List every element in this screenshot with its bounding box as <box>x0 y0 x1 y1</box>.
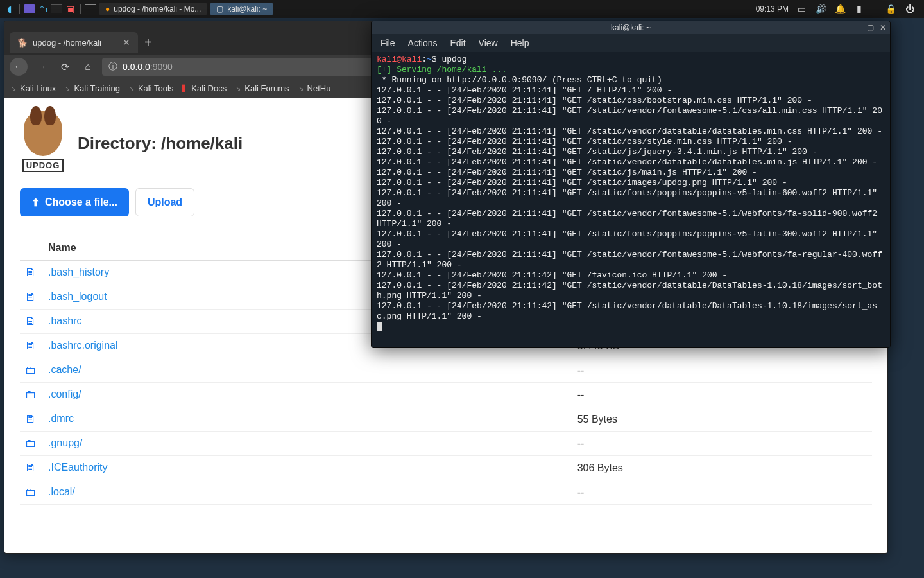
new-tab-button[interactable]: + <box>144 35 152 50</box>
logo-text: UPDOG <box>22 159 64 172</box>
minimize-button[interactable]: — <box>853 21 862 30</box>
battery-icon[interactable]: ▮ <box>853 3 866 15</box>
tab-favicon: 🐕 <box>17 38 28 48</box>
bookmark-kali-linux[interactable]: ↘Kali Linux <box>11 83 56 93</box>
file-link[interactable]: .cache/ <box>48 364 81 375</box>
bookmark-kali-docs[interactable]: ▋Kali Docs <box>182 83 227 93</box>
workspace-icon[interactable] <box>85 4 96 13</box>
terminal-launcher-icon[interactable] <box>51 4 62 13</box>
folder-icon: 🗀 <box>25 486 40 499</box>
tab-close-icon[interactable]: ✕ <box>123 37 130 48</box>
upload-icon: ⬆ <box>31 197 40 209</box>
file-link[interactable]: .config/ <box>48 389 81 399</box>
url-host: 0.0.0.0 <box>123 62 150 72</box>
app-icon[interactable]: ▣ <box>64 3 76 15</box>
folder-icon: 🗀 <box>25 388 40 401</box>
bookmark-icon: ↘ <box>65 85 70 92</box>
terminal-cursor <box>377 322 382 331</box>
updog-logo: UPDOG <box>20 111 66 175</box>
terminal-menubar: File Actions Edit View Help <box>372 34 890 52</box>
bookmark-kali-forums[interactable]: ↘Kali Forums <box>235 83 289 93</box>
file-icon: 🗎 <box>25 412 40 426</box>
file-link[interactable]: .bashrc.original <box>48 340 118 351</box>
folder-icon: 🗀 <box>25 363 40 377</box>
volume-icon[interactable]: 🔊 <box>814 3 827 15</box>
menu-actions[interactable]: Actions <box>408 38 438 48</box>
table-row: 🗀.gnupg/-- <box>20 432 872 456</box>
file-size: 306 Bytes <box>572 456 872 480</box>
bookmark-kali-training[interactable]: ↘Kali Training <box>65 83 120 93</box>
file-size: -- <box>572 358 872 383</box>
close-button[interactable]: ✕ <box>878 21 887 30</box>
site-info-icon[interactable]: ⓘ <box>108 61 117 73</box>
file-size: -- <box>572 383 872 407</box>
file-size: -- <box>572 480 872 505</box>
tab-title: updog - /home/kali <box>33 38 101 48</box>
table-row: 🗀.config/-- <box>20 383 872 407</box>
table-row: 🗎.ICEauthority306 Bytes <box>20 456 872 480</box>
file-link[interactable]: .dmrc <box>48 413 74 424</box>
upload-button[interactable]: Upload <box>135 188 194 216</box>
folder-icon: 🗀 <box>25 437 40 450</box>
file-size: -- <box>572 432 872 456</box>
file-link[interactable]: .local/ <box>48 486 75 497</box>
file-size: 55 Bytes <box>572 407 872 432</box>
file-link[interactable]: .bash_history <box>48 267 109 277</box>
table-row: 🗀.local/-- <box>20 480 872 505</box>
maximize-button[interactable]: ▢ <box>866 21 875 30</box>
bookmark-icon: ↘ <box>129 85 134 92</box>
bookmark-kali-tools[interactable]: ↘Kali Tools <box>129 83 173 93</box>
back-button[interactable]: ← <box>10 58 28 76</box>
bookmark-icon: ↘ <box>235 85 241 92</box>
taskbar-item-firefox[interactable]: ● updog - /home/kali - Mo... <box>99 3 207 15</box>
file-icon: 🗎 <box>25 461 40 475</box>
file-link[interactable]: .gnupg/ <box>48 437 82 448</box>
task-label: updog - /home/kali - Mo... <box>114 4 201 13</box>
kali-menu-icon[interactable]: ◖ <box>3 3 15 15</box>
top-panel: ◖ 🗀 ▣ ● updog - /home/kali - Mo... ▢ kal… <box>0 0 924 18</box>
file-link[interactable]: .bashrc <box>48 315 81 326</box>
table-row: 🗎.dmrc55 Bytes <box>20 407 872 432</box>
menu-help[interactable]: Help <box>511 38 529 48</box>
file-icon: 🗎 <box>25 290 40 304</box>
file-icon: 🗎 <box>25 339 40 353</box>
home-button[interactable]: ⌂ <box>79 58 97 76</box>
lock-icon[interactable]: 🔒 <box>884 3 897 15</box>
forward-button[interactable]: → <box>33 58 51 76</box>
table-row: 🗀.cache/-- <box>20 358 872 383</box>
menu-edit[interactable]: Edit <box>450 38 465 48</box>
terminal-task-icon: ▢ <box>216 4 223 13</box>
task-label: kali@kali: ~ <box>227 4 267 13</box>
page-title: Directory: /home/kali <box>78 134 243 153</box>
files-icon[interactable]: 🗀 <box>37 3 49 15</box>
bookmark-nethunter[interactable]: ↘NetHu <box>298 83 331 93</box>
bookmark-icon: ↘ <box>298 85 304 92</box>
display-icon[interactable]: ▭ <box>795 3 808 15</box>
terminal-output[interactable]: kali@kali:~$ updog [+] Serving /home/kal… <box>372 52 890 347</box>
file-icon: 🗎 <box>25 315 40 328</box>
bookmark-icon: ▋ <box>182 85 187 92</box>
browser-tab[interactable]: 🐕 updog - /home/kali ✕ <box>10 32 138 53</box>
reload-button[interactable]: ⟳ <box>56 58 74 76</box>
url-port: :9090 <box>150 62 173 72</box>
bookmark-icon: ↘ <box>11 85 16 92</box>
terminal-window: kali@kali: ~ — ▢ ✕ File Actions Edit Vie… <box>371 21 891 348</box>
taskbar-item-terminal[interactable]: ▢ kali@kali: ~ <box>210 3 273 15</box>
menu-file[interactable]: File <box>381 38 395 48</box>
power-icon[interactable]: ⏻ <box>903 3 916 15</box>
notification-icon[interactable]: 🔔 <box>834 3 846 15</box>
file-icon: 🗎 <box>25 266 40 279</box>
clock[interactable]: 09:13 PM <box>756 4 789 13</box>
terminal-titlebar: kali@kali: ~ — ▢ ✕ <box>372 21 890 34</box>
file-link[interactable]: .bash_logout <box>48 291 107 302</box>
firefox-icon: ● <box>105 4 110 13</box>
desktop-icon[interactable] <box>24 4 35 13</box>
menu-view[interactable]: View <box>479 38 498 48</box>
choose-file-button[interactable]: ⬆ Choose a file... <box>20 188 129 216</box>
file-link[interactable]: .ICEauthority <box>48 462 107 473</box>
